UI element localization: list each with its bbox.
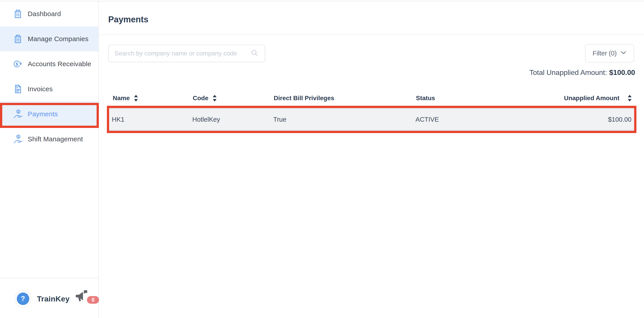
cell-name: HK1 xyxy=(112,116,192,123)
sidebar-item-manage-companies[interactable]: Manage Companies xyxy=(0,26,98,52)
cell-code: HotlelKey xyxy=(192,116,273,123)
announcements-button[interactable]: 0 xyxy=(75,290,98,308)
building-icon xyxy=(13,9,23,19)
sidebar-item-shift-management[interactable]: $ Shift Management xyxy=(0,126,98,152)
svg-text:$: $ xyxy=(18,110,19,114)
search-icon xyxy=(251,49,261,58)
filter-button[interactable]: Filter (0) xyxy=(585,44,634,62)
sidebar-item-label: Accounts Receivable xyxy=(28,60,91,68)
chevron-down-icon xyxy=(620,51,626,56)
sidebar-item-label: Shift Management xyxy=(28,135,83,143)
search-box xyxy=(108,45,265,62)
page-title: Payments xyxy=(108,15,148,24)
sidebar-item-label: Payments xyxy=(28,110,58,118)
sidebar-item-payments[interactable]: $ Payments xyxy=(0,102,98,126)
main-content: Payments Filter (0) Total Unapplied Amou… xyxy=(99,1,644,318)
cell-unapplied-amount: $100.00 xyxy=(527,116,632,123)
sidebar-nav: Dashboard Manage Companies xyxy=(0,1,98,152)
total-unapplied-amount: Total Unapplied Amount:$100.00 xyxy=(529,68,635,77)
sidebar-item-dashboard[interactable]: Dashboard xyxy=(0,1,98,26)
sidebar-footer: ? TrainKey 0 xyxy=(0,278,98,318)
hand-coin-icon: $ xyxy=(13,109,23,119)
notification-badge: 0 xyxy=(87,296,99,304)
cell-status: ACTIVE xyxy=(416,116,527,123)
total-label: Total Unapplied Amount: xyxy=(529,68,607,76)
sidebar-item-accounts-receivable[interactable]: $ Accounts Receivable xyxy=(0,52,98,76)
question-mark-icon: ? xyxy=(17,292,29,305)
sidebar-item-label: Invoices xyxy=(28,85,53,93)
sidebar-item-label: Manage Companies xyxy=(28,35,88,43)
svg-text:$: $ xyxy=(16,62,18,66)
search-input[interactable] xyxy=(109,45,251,62)
building-icon xyxy=(13,34,23,44)
svg-text:$: $ xyxy=(18,135,19,138)
svg-text:$: $ xyxy=(16,86,18,89)
hand-coin-icon: $ xyxy=(13,134,23,144)
filter-button-label: Filter (0) xyxy=(592,50,617,57)
brand-logo-text: TrainKey xyxy=(37,294,70,303)
sidebar: Dashboard Manage Companies xyxy=(0,1,99,318)
table-body: HK1 HotlelKey True ACTIVE $100.00 xyxy=(99,100,644,145)
sidebar-item-label: Dashboard xyxy=(28,10,61,18)
dollar-receive-icon: $ xyxy=(13,59,23,69)
help-button[interactable]: ? xyxy=(15,290,31,308)
header-divider xyxy=(99,34,644,35)
total-value: $100.00 xyxy=(609,68,635,76)
invoice-icon: $ xyxy=(13,84,23,94)
table-row[interactable]: HK1 HotlelKey True ACTIVE $100.00 xyxy=(109,108,634,131)
cell-direct-bill-privileges: True xyxy=(273,116,416,123)
sidebar-item-invoices[interactable]: $ Invoices xyxy=(0,76,98,102)
